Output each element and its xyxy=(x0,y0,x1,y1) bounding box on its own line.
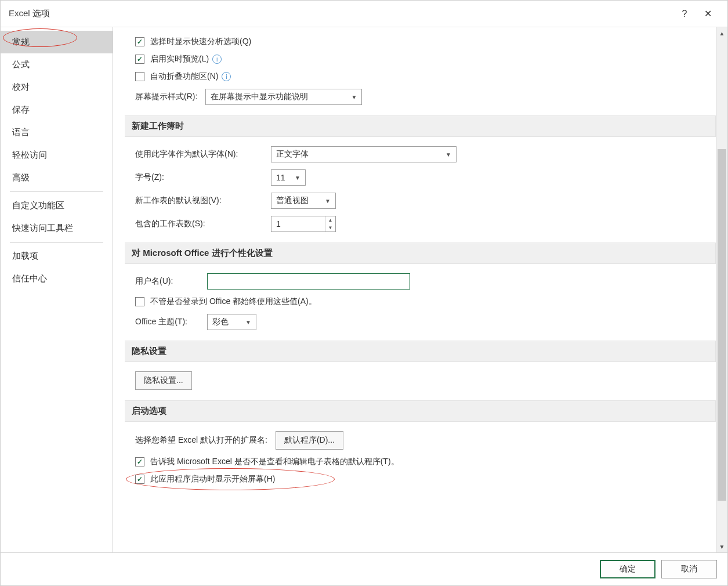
sidebar-divider xyxy=(10,191,103,192)
screentip-combo[interactable]: 在屏幕提示中显示功能说明 ▼ xyxy=(205,89,362,105)
section-privacy: 隐私设置 xyxy=(125,341,716,362)
quick-analysis-checkbox[interactable] xyxy=(135,37,144,46)
quick-analysis-label: 选择时显示快速分析选项(Q) xyxy=(150,37,251,47)
dialog-footer: 确定 取消 xyxy=(1,552,727,585)
sidebar-item-accessibility[interactable]: 轻松访问 xyxy=(1,144,113,167)
sheets-value: 1 xyxy=(276,219,281,229)
section-startup: 启动选项 xyxy=(125,400,716,422)
chevron-down-icon: ▼ xyxy=(345,94,357,100)
content-panel: 选择时显示快速分析选项(Q) 启用实时预览(L) i 自动折叠功能区(N) i … xyxy=(113,27,716,552)
window-title: Excel 选项 xyxy=(9,8,673,19)
sidebar-item-advanced[interactable]: 高级 xyxy=(1,167,113,189)
sidebar-item-formulas[interactable]: 公式 xyxy=(1,53,113,76)
close-button[interactable]: ✕ xyxy=(696,3,719,24)
sidebar-divider xyxy=(10,242,103,243)
size-row: 字号(Z): 11 ▼ xyxy=(125,169,716,186)
live-preview-label: 启用实时预览(L) xyxy=(150,54,209,64)
theme-row: Office 主题(T): 彩色 ▼ xyxy=(125,314,716,330)
sidebar-item-general[interactable]: 常规 xyxy=(1,31,113,53)
view-combo[interactable]: 普通视图 ▼ xyxy=(271,193,336,209)
collapse-ribbon-label: 自动折叠功能区(N) xyxy=(150,71,218,82)
live-preview-checkbox[interactable] xyxy=(135,55,144,64)
scroll-thumb[interactable] xyxy=(718,149,726,501)
ext-label: 选择您希望 Excel 默认打开的扩展名: xyxy=(135,435,267,446)
font-value: 正文字体 xyxy=(276,149,309,160)
sheets-row: 包含的工作表数(S): 1 ▲ ▼ xyxy=(125,216,716,232)
chevron-down-icon: ▼ xyxy=(240,319,251,325)
screentip-row: 屏幕提示样式(R): 在屏幕提示中显示功能说明 ▼ xyxy=(125,89,716,105)
size-combo[interactable]: 11 ▼ xyxy=(271,169,306,186)
ext-row: 选择您希望 Excel 默认打开的扩展名: 默认程序(D)... xyxy=(125,431,716,450)
sidebar-item-proofing[interactable]: 校对 xyxy=(1,76,113,99)
spin-up-icon[interactable]: ▲ xyxy=(325,216,335,224)
options-dialog: Excel 选项 ? ✕ 常规 公式 校对 保存 语言 轻松访问 高级 自定义功… xyxy=(0,0,728,586)
content-wrap: 选择时显示快速分析选项(Q) 启用实时预览(L) i 自动折叠功能区(N) i … xyxy=(113,27,727,552)
help-button[interactable]: ? xyxy=(673,3,696,24)
username-row: 用户名(U): xyxy=(125,273,716,290)
font-combo[interactable]: 正文字体 ▼ xyxy=(271,146,457,162)
sidebar-item-trust-center[interactable]: 信任中心 xyxy=(1,267,113,290)
scroll-down-icon[interactable]: ▼ xyxy=(716,541,727,552)
sheets-label: 包含的工作表数(S): xyxy=(135,219,263,229)
view-row: 新工作表的默认视图(V): 普通视图 ▼ xyxy=(125,193,716,209)
always-use-label: 不管是否登录到 Office 都始终使用这些值(A)。 xyxy=(150,296,317,307)
privacy-row: 隐私设置... xyxy=(125,371,716,390)
sidebar-item-customize-ribbon[interactable]: 自定义功能区 xyxy=(1,194,113,217)
startscreen-checkbox[interactable] xyxy=(135,475,144,484)
live-preview-row: 启用实时预览(L) i xyxy=(125,54,716,64)
screentip-value: 在屏幕提示中显示功能说明 xyxy=(211,92,308,102)
size-label: 字号(Z): xyxy=(135,172,263,183)
chevron-down-icon: ▼ xyxy=(289,175,300,181)
screentip-label: 屏幕提示样式(R): xyxy=(135,92,197,102)
username-label: 用户名(U): xyxy=(135,276,199,287)
chevron-down-icon: ▼ xyxy=(440,151,451,158)
sidebar-item-addins[interactable]: 加载项 xyxy=(1,245,113,267)
sidebar-item-language[interactable]: 语言 xyxy=(1,121,113,144)
titlebar: Excel 选项 ? ✕ xyxy=(1,1,727,27)
tellme-row: 告诉我 Microsoft Excel 是否不是查看和编辑电子表格的默认程序(T… xyxy=(125,457,716,467)
collapse-ribbon-checkbox[interactable] xyxy=(135,72,144,81)
size-value: 11 xyxy=(276,173,285,182)
section-personalize: 对 Microsoft Office 进行个性化设置 xyxy=(125,243,716,264)
font-label: 使用此字体作为默认字体(N): xyxy=(135,149,263,160)
startscreen-row: 此应用程序启动时显示开始屏幕(H) xyxy=(125,474,716,484)
username-input[interactable] xyxy=(207,273,410,290)
default-programs-button[interactable]: 默认程序(D)... xyxy=(276,431,343,450)
dialog-body: 常规 公式 校对 保存 语言 轻松访问 高级 自定义功能区 快速访问工具栏 加载… xyxy=(1,27,727,552)
scroll-track[interactable] xyxy=(716,39,727,541)
sheets-spinner[interactable]: 1 ▲ ▼ xyxy=(271,216,336,232)
always-use-row: 不管是否登录到 Office 都始终使用这些值(A)。 xyxy=(125,296,716,307)
cancel-button[interactable]: 取消 xyxy=(661,560,717,578)
font-row: 使用此字体作为默认字体(N): 正文字体 ▼ xyxy=(125,146,716,162)
sidebar: 常规 公式 校对 保存 语言 轻松访问 高级 自定义功能区 快速访问工具栏 加载… xyxy=(1,27,113,552)
tellme-checkbox[interactable] xyxy=(135,457,144,466)
collapse-ribbon-row: 自动折叠功能区(N) i xyxy=(125,71,716,82)
tellme-label: 告诉我 Microsoft Excel 是否不是查看和编辑电子表格的默认程序(T… xyxy=(150,457,399,467)
view-label: 新工作表的默认视图(V): xyxy=(135,196,263,206)
info-icon[interactable]: i xyxy=(212,55,222,64)
info-icon[interactable]: i xyxy=(222,72,231,81)
spin-down-icon[interactable]: ▼ xyxy=(325,224,335,231)
theme-combo[interactable]: 彩色 ▼ xyxy=(207,314,256,330)
ok-button[interactable]: 确定 xyxy=(600,560,655,578)
section-new-workbook: 新建工作簿时 xyxy=(125,115,716,137)
quick-analysis-row: 选择时显示快速分析选项(Q) xyxy=(125,37,716,47)
chevron-down-icon: ▼ xyxy=(319,198,331,204)
always-use-checkbox[interactable] xyxy=(135,297,144,306)
privacy-settings-button[interactable]: 隐私设置... xyxy=(135,371,192,390)
theme-label: Office 主题(T): xyxy=(135,317,199,327)
view-value: 普通视图 xyxy=(276,196,309,206)
vertical-scrollbar[interactable]: ▲ ▼ xyxy=(716,27,727,552)
scroll-up-icon[interactable]: ▲ xyxy=(716,27,727,39)
theme-value: 彩色 xyxy=(212,317,229,327)
sidebar-item-quick-access[interactable]: 快速访问工具栏 xyxy=(1,217,113,240)
sidebar-item-save[interactable]: 保存 xyxy=(1,99,113,121)
startscreen-label: 此应用程序启动时显示开始屏幕(H) xyxy=(150,474,275,484)
